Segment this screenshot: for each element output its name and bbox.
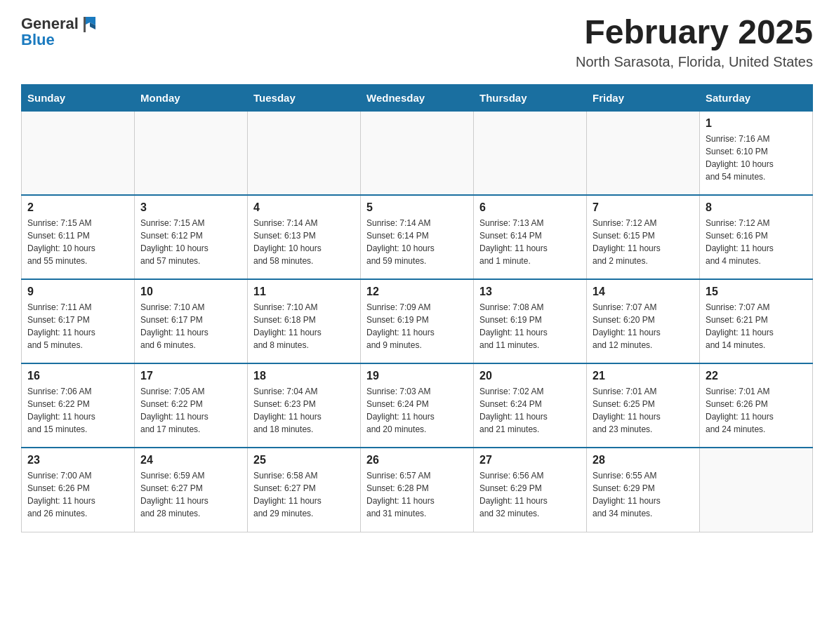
calendar-table: SundayMondayTuesdayWednesdayThursdayFrid… xyxy=(21,84,813,532)
day-info: Sunrise: 7:15 AMSunset: 6:12 PMDaylight:… xyxy=(140,217,241,267)
day-info: Sunrise: 6:59 AMSunset: 6:27 PMDaylight:… xyxy=(140,469,241,520)
day-info: Sunrise: 7:09 AMSunset: 6:19 PMDaylight:… xyxy=(366,301,468,351)
day-info: Sunrise: 7:00 AMSunset: 6:26 PMDaylight:… xyxy=(27,469,128,520)
calendar-subtitle: North Sarasota, Florida, United States xyxy=(576,54,813,70)
day-number: 9 xyxy=(27,286,128,298)
day-info: Sunrise: 7:11 AMSunset: 6:17 PMDaylight:… xyxy=(27,301,128,351)
day-info: Sunrise: 7:04 AMSunset: 6:23 PMDaylight:… xyxy=(253,385,355,436)
day-info: Sunrise: 6:55 AMSunset: 6:29 PMDaylight:… xyxy=(593,469,694,520)
day-info: Sunrise: 7:16 AMSunset: 6:10 PMDaylight:… xyxy=(706,133,807,183)
calendar-header-row: SundayMondayTuesdayWednesdayThursdayFrid… xyxy=(22,84,813,111)
day-of-week-header: Thursday xyxy=(474,84,587,111)
day-number: 25 xyxy=(253,454,355,467)
day-info: Sunrise: 7:02 AMSunset: 6:24 PMDaylight:… xyxy=(479,385,581,436)
day-number: 5 xyxy=(366,201,468,214)
calendar-cell: 1Sunrise: 7:16 AMSunset: 6:10 PMDaylight… xyxy=(700,111,813,195)
day-of-week-header: Monday xyxy=(135,84,248,111)
title-section: February 2025 North Sarasota, Florida, U… xyxy=(576,14,813,70)
day-of-week-header: Saturday xyxy=(700,84,813,111)
day-number: 2 xyxy=(27,201,128,214)
calendar-week-row: 23Sunrise: 7:00 AMSunset: 6:26 PMDayligh… xyxy=(22,448,813,532)
day-info: Sunrise: 7:05 AMSunset: 6:22 PMDaylight:… xyxy=(140,385,241,436)
day-info: Sunrise: 6:58 AMSunset: 6:27 PMDaylight:… xyxy=(253,469,355,520)
day-info: Sunrise: 7:01 AMSunset: 6:26 PMDaylight:… xyxy=(706,385,807,436)
day-number: 16 xyxy=(27,370,128,382)
calendar-cell: 3Sunrise: 7:15 AMSunset: 6:12 PMDaylight… xyxy=(135,195,248,279)
day-number: 18 xyxy=(253,370,355,382)
calendar-cell xyxy=(22,111,135,195)
calendar-cell: 20Sunrise: 7:02 AMSunset: 6:24 PMDayligh… xyxy=(474,363,587,448)
day-info: Sunrise: 7:14 AMSunset: 6:14 PMDaylight:… xyxy=(366,217,468,267)
day-info: Sunrise: 7:10 AMSunset: 6:17 PMDaylight:… xyxy=(140,301,241,351)
calendar-cell: 16Sunrise: 7:06 AMSunset: 6:22 PMDayligh… xyxy=(22,363,135,448)
logo-blue-text: Blue xyxy=(21,31,55,49)
calendar-cell: 4Sunrise: 7:14 AMSunset: 6:13 PMDaylight… xyxy=(248,195,361,279)
day-number: 26 xyxy=(366,454,468,467)
logo: General Blue xyxy=(21,14,100,49)
day-info: Sunrise: 7:08 AMSunset: 6:19 PMDaylight:… xyxy=(479,301,581,351)
calendar-cell xyxy=(700,448,813,532)
calendar-cell: 10Sunrise: 7:10 AMSunset: 6:17 PMDayligh… xyxy=(135,279,248,363)
day-info: Sunrise: 7:03 AMSunset: 6:24 PMDaylight:… xyxy=(366,385,468,436)
calendar-cell xyxy=(587,111,700,195)
calendar-cell: 6Sunrise: 7:13 AMSunset: 6:14 PMDaylight… xyxy=(474,195,587,279)
day-number: 3 xyxy=(140,201,241,214)
calendar-cell: 9Sunrise: 7:11 AMSunset: 6:17 PMDaylight… xyxy=(22,279,135,363)
day-info: Sunrise: 7:07 AMSunset: 6:20 PMDaylight:… xyxy=(593,301,694,351)
day-number: 17 xyxy=(140,370,241,382)
day-info: Sunrise: 7:13 AMSunset: 6:14 PMDaylight:… xyxy=(479,217,581,267)
day-number: 21 xyxy=(593,370,694,382)
calendar-cell: 5Sunrise: 7:14 AMSunset: 6:14 PMDaylight… xyxy=(361,195,474,279)
day-of-week-header: Sunday xyxy=(22,84,135,111)
day-number: 10 xyxy=(140,286,241,298)
day-number: 23 xyxy=(27,454,128,467)
calendar-cell: 11Sunrise: 7:10 AMSunset: 6:18 PMDayligh… xyxy=(248,279,361,363)
calendar-cell: 15Sunrise: 7:07 AMSunset: 6:21 PMDayligh… xyxy=(700,279,813,363)
calendar-week-row: 16Sunrise: 7:06 AMSunset: 6:22 PMDayligh… xyxy=(22,363,813,448)
logo-flag-icon xyxy=(80,14,100,34)
calendar-cell: 25Sunrise: 6:58 AMSunset: 6:27 PMDayligh… xyxy=(248,448,361,532)
day-number: 7 xyxy=(593,201,694,214)
day-number: 14 xyxy=(593,286,694,298)
calendar-week-row: 2Sunrise: 7:15 AMSunset: 6:11 PMDaylight… xyxy=(22,195,813,279)
day-info: Sunrise: 7:07 AMSunset: 6:21 PMDaylight:… xyxy=(706,301,807,351)
calendar-cell: 8Sunrise: 7:12 AMSunset: 6:16 PMDaylight… xyxy=(700,195,813,279)
day-number: 12 xyxy=(366,286,468,298)
day-number: 22 xyxy=(706,370,807,382)
calendar-cell: 27Sunrise: 6:56 AMSunset: 6:29 PMDayligh… xyxy=(474,448,587,532)
day-of-week-header: Friday xyxy=(587,84,700,111)
day-number: 28 xyxy=(593,454,694,467)
calendar-week-row: 1Sunrise: 7:16 AMSunset: 6:10 PMDaylight… xyxy=(22,111,813,195)
day-number: 19 xyxy=(366,370,468,382)
day-info: Sunrise: 6:56 AMSunset: 6:29 PMDaylight:… xyxy=(479,469,581,520)
day-number: 6 xyxy=(479,201,581,214)
day-number: 27 xyxy=(479,454,581,467)
day-info: Sunrise: 6:57 AMSunset: 6:28 PMDaylight:… xyxy=(366,469,468,520)
calendar-cell: 22Sunrise: 7:01 AMSunset: 6:26 PMDayligh… xyxy=(700,363,813,448)
calendar-cell: 17Sunrise: 7:05 AMSunset: 6:22 PMDayligh… xyxy=(135,363,248,448)
calendar-cell: 23Sunrise: 7:00 AMSunset: 6:26 PMDayligh… xyxy=(22,448,135,532)
calendar-cell: 24Sunrise: 6:59 AMSunset: 6:27 PMDayligh… xyxy=(135,448,248,532)
calendar-cell xyxy=(361,111,474,195)
day-number: 15 xyxy=(706,286,807,298)
day-number: 13 xyxy=(479,286,581,298)
day-number: 4 xyxy=(253,201,355,214)
day-number: 8 xyxy=(706,201,807,214)
calendar-cell: 28Sunrise: 6:55 AMSunset: 6:29 PMDayligh… xyxy=(587,448,700,532)
calendar-cell: 26Sunrise: 6:57 AMSunset: 6:28 PMDayligh… xyxy=(361,448,474,532)
calendar-cell xyxy=(248,111,361,195)
calendar-cell: 19Sunrise: 7:03 AMSunset: 6:24 PMDayligh… xyxy=(361,363,474,448)
day-number: 1 xyxy=(706,117,807,130)
day-info: Sunrise: 7:12 AMSunset: 6:16 PMDaylight:… xyxy=(706,217,807,267)
day-of-week-header: Wednesday xyxy=(361,84,474,111)
day-number: 11 xyxy=(253,286,355,298)
calendar-cell: 7Sunrise: 7:12 AMSunset: 6:15 PMDaylight… xyxy=(587,195,700,279)
calendar-week-row: 9Sunrise: 7:11 AMSunset: 6:17 PMDaylight… xyxy=(22,279,813,363)
day-info: Sunrise: 7:01 AMSunset: 6:25 PMDaylight:… xyxy=(593,385,694,436)
calendar-cell: 18Sunrise: 7:04 AMSunset: 6:23 PMDayligh… xyxy=(248,363,361,448)
day-info: Sunrise: 7:12 AMSunset: 6:15 PMDaylight:… xyxy=(593,217,694,267)
calendar-cell: 12Sunrise: 7:09 AMSunset: 6:19 PMDayligh… xyxy=(361,279,474,363)
day-info: Sunrise: 7:14 AMSunset: 6:13 PMDaylight:… xyxy=(253,217,355,267)
calendar-cell: 14Sunrise: 7:07 AMSunset: 6:20 PMDayligh… xyxy=(587,279,700,363)
calendar-cell xyxy=(135,111,248,195)
